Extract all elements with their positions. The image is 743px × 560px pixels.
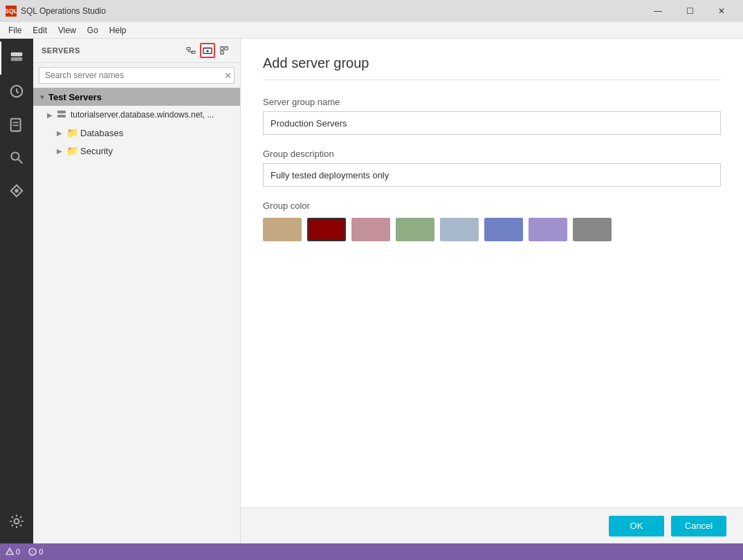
sidebar: SERVERS xyxy=(33,39,241,543)
color-label: Group color xyxy=(263,200,721,211)
search-clear-icon[interactable]: ✕ xyxy=(224,71,232,81)
sidebar-actions xyxy=(183,43,232,58)
title-bar: SQL SQL Operations Studio — ☐ ✕ xyxy=(0,0,743,22)
dialog-title: Add server group xyxy=(263,55,721,80)
color-swatch-tan[interactable] xyxy=(263,218,302,241)
svg-rect-18 xyxy=(225,47,228,50)
svg-rect-1 xyxy=(11,57,23,62)
minimize-button[interactable]: — xyxy=(642,0,674,22)
dialog-panel: Add server group Server group name Group… xyxy=(241,39,743,507)
activity-new-query[interactable] xyxy=(0,108,33,141)
server-tree: ▼ Test Servers ▶ tutorialserver.database… xyxy=(33,88,240,543)
maximize-button[interactable]: ☐ xyxy=(674,0,706,22)
color-swatch-mauve[interactable] xyxy=(351,218,390,241)
collapse-all-button[interactable] xyxy=(217,43,232,58)
desc-form-group: Group description xyxy=(263,149,721,187)
chevron-down-icon: ▼ xyxy=(39,93,48,101)
svg-rect-19 xyxy=(221,51,223,54)
close-button[interactable]: ✕ xyxy=(706,0,737,22)
svg-rect-17 xyxy=(221,47,223,50)
app-title: SQL Operations Studio xyxy=(21,6,642,16)
svg-point-9 xyxy=(15,519,19,524)
server-group-name-input[interactable] xyxy=(263,111,721,135)
search-box-wrap: ✕ xyxy=(33,63,240,88)
name-label: Server group name xyxy=(263,97,721,107)
chevron-right-icon: ▶ xyxy=(47,111,57,119)
group-label: Test Servers xyxy=(48,92,102,102)
menu-help[interactable]: Help xyxy=(104,24,132,37)
menu-bar: File Edit View Go Help xyxy=(0,22,743,39)
color-swatch-dark-red[interactable] xyxy=(307,218,346,241)
ok-button[interactable]: OK xyxy=(609,516,664,536)
activity-settings[interactable] xyxy=(0,505,33,538)
tree-group-test-servers[interactable]: ▼ Test Servers xyxy=(33,88,240,106)
error-status: ! 0 xyxy=(28,548,43,556)
sidebar-title: SERVERS xyxy=(42,46,80,55)
dialog-footer: OK Cancel xyxy=(241,507,743,543)
error-count: 0 xyxy=(39,548,43,556)
app-icon: SQL xyxy=(6,6,17,17)
folder-icon: 📁 xyxy=(66,127,77,138)
name-form-group: Server group name xyxy=(263,97,721,135)
svg-rect-10 xyxy=(187,48,190,50)
activity-bar xyxy=(0,39,33,543)
tree-server-item[interactable]: ▶ tutorialserver.database.windows.net, .… xyxy=(33,106,240,124)
cancel-button[interactable]: Cancel xyxy=(671,516,726,536)
color-swatch-periwinkle[interactable] xyxy=(484,218,523,241)
svg-point-6 xyxy=(11,152,19,160)
activity-search[interactable] xyxy=(0,141,33,174)
main-container: SERVERS xyxy=(0,39,743,543)
tree-security-item[interactable]: ▶ 📁 Security xyxy=(33,142,240,160)
menu-go[interactable]: Go xyxy=(82,24,104,37)
security-label: Security xyxy=(80,146,113,156)
window-controls: — ☐ ✕ xyxy=(642,0,737,22)
content-area: Add server group Server group name Group… xyxy=(241,39,743,543)
svg-text:!: ! xyxy=(32,550,33,554)
svg-rect-21 xyxy=(57,115,66,118)
activity-extensions[interactable] xyxy=(0,174,33,207)
svg-rect-0 xyxy=(11,53,23,57)
new-connection-button[interactable] xyxy=(183,43,199,58)
group-description-input[interactable] xyxy=(263,163,721,187)
server-label: tutorialserver.database.windows.net, ... xyxy=(71,110,214,120)
tree-databases-item[interactable]: ▶ 📁 Databases xyxy=(33,124,240,142)
sidebar-header: SERVERS xyxy=(33,39,240,63)
svg-text:!: ! xyxy=(10,550,11,554)
svg-point-8 xyxy=(15,189,19,193)
color-swatch-light-blue[interactable] xyxy=(440,218,479,241)
warning-status: ! 0 xyxy=(6,548,20,556)
color-swatch-lavender[interactable] xyxy=(529,218,567,241)
activity-servers[interactable] xyxy=(0,41,33,75)
menu-edit[interactable]: Edit xyxy=(27,24,53,37)
color-swatch-gray[interactable] xyxy=(573,218,612,241)
databases-label: Databases xyxy=(80,128,123,138)
menu-view[interactable]: View xyxy=(53,24,82,37)
svg-line-7 xyxy=(19,160,23,164)
svg-rect-20 xyxy=(57,111,66,113)
add-server-group-button[interactable] xyxy=(200,43,215,58)
color-form-group: Group color xyxy=(263,200,721,241)
desc-label: Group description xyxy=(263,149,721,159)
warning-count: 0 xyxy=(16,548,20,556)
chevron-right-icon-sec: ▶ xyxy=(57,147,66,155)
status-bar: ! 0 ! 0 xyxy=(0,543,743,560)
activity-history[interactable] xyxy=(0,75,33,108)
server-icon xyxy=(57,109,68,120)
color-swatches xyxy=(263,218,721,241)
folder-security-icon: 📁 xyxy=(66,145,77,156)
chevron-right-icon-db: ▶ xyxy=(57,129,66,137)
menu-file[interactable]: File xyxy=(3,24,27,37)
color-swatch-sage[interactable] xyxy=(396,218,434,241)
search-input[interactable] xyxy=(39,67,235,84)
